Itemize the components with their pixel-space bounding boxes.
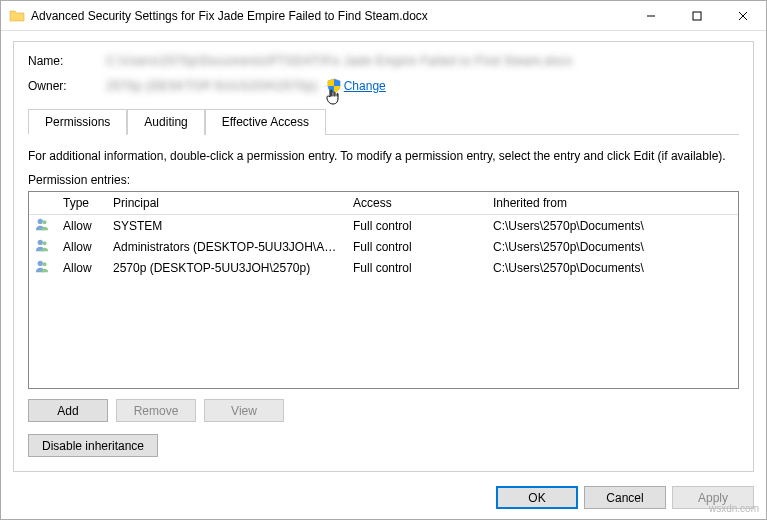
tab-auditing[interactable]: Auditing bbox=[127, 109, 204, 135]
inheritance-row: Disable inheritance bbox=[28, 434, 739, 457]
permissions-table: Type Principal Access Inherited from All… bbox=[28, 191, 739, 389]
window-title: Advanced Security Settings for Fix Jade … bbox=[31, 9, 628, 23]
inner-panel: Name: C:\Users\2570p\Documents\PTSDAT\Fi… bbox=[13, 41, 754, 472]
view-button: View bbox=[204, 399, 284, 422]
ok-button[interactable]: OK bbox=[496, 486, 578, 509]
entries-label: Permission entries: bbox=[28, 173, 739, 187]
cell-access: Full control bbox=[345, 215, 485, 237]
remove-button: Remove bbox=[116, 399, 196, 422]
disable-inheritance-button[interactable]: Disable inheritance bbox=[28, 434, 158, 457]
svg-point-7 bbox=[43, 241, 47, 245]
svg-point-5 bbox=[43, 220, 47, 224]
cell-principal: Administrators (DESKTOP-5UU3JOH\Admin... bbox=[105, 236, 345, 257]
cell-inherited: C:\Users\2570p\Documents\ bbox=[485, 236, 738, 257]
tab-effective-access[interactable]: Effective Access bbox=[205, 109, 326, 135]
cell-inherited: C:\Users\2570p\Documents\ bbox=[485, 215, 738, 237]
add-button[interactable]: Add bbox=[28, 399, 108, 422]
change-owner-link[interactable]: Change bbox=[344, 79, 386, 93]
cell-access: Full control bbox=[345, 257, 485, 278]
person-icon bbox=[35, 241, 49, 255]
header-inherited[interactable]: Inherited from bbox=[485, 192, 738, 215]
cell-principal: SYSTEM bbox=[105, 215, 345, 237]
owner-value: 2570p (DESKTOP-5UU3JOH\2570p) bbox=[106, 79, 318, 93]
name-value: C:\Users\2570p\Documents\PTSDAT\Fix Jade… bbox=[106, 54, 572, 68]
apply-button: Apply bbox=[672, 486, 754, 509]
security-settings-window: Advanced Security Settings for Fix Jade … bbox=[0, 0, 767, 520]
svg-point-4 bbox=[38, 219, 43, 224]
owner-label: Owner: bbox=[28, 79, 106, 93]
tabs: Permissions Auditing Effective Access bbox=[28, 108, 739, 135]
dialog-footer: OK Cancel Apply bbox=[13, 482, 754, 509]
header-icon[interactable] bbox=[29, 192, 55, 215]
cell-type: Allow bbox=[55, 257, 105, 278]
titlebar: Advanced Security Settings for Fix Jade … bbox=[1, 1, 766, 31]
table-row[interactable]: AllowSYSTEMFull controlC:\Users\2570p\Do… bbox=[29, 215, 738, 237]
entry-buttons: Add Remove View bbox=[28, 399, 739, 422]
name-label: Name: bbox=[28, 54, 106, 68]
folder-icon bbox=[9, 8, 25, 24]
cell-principal: 2570p (DESKTOP-5UU3JOH\2570p) bbox=[105, 257, 345, 278]
svg-point-8 bbox=[38, 261, 43, 266]
header-access[interactable]: Access bbox=[345, 192, 485, 215]
svg-point-9 bbox=[43, 262, 47, 266]
person-icon bbox=[35, 220, 49, 234]
tab-permissions[interactable]: Permissions bbox=[28, 109, 127, 135]
table-row[interactable]: AllowAdministrators (DESKTOP-5UU3JOH\Adm… bbox=[29, 236, 738, 257]
cancel-button[interactable]: Cancel bbox=[584, 486, 666, 509]
name-row: Name: C:\Users\2570p\Documents\PTSDAT\Fi… bbox=[28, 54, 739, 68]
minimize-button[interactable] bbox=[628, 1, 674, 30]
table-header-row: Type Principal Access Inherited from bbox=[29, 192, 738, 215]
info-text: For additional information, double-click… bbox=[28, 149, 739, 163]
owner-row: Owner: 2570p (DESKTOP-5UU3JOH\2570p) Cha… bbox=[28, 78, 739, 94]
close-button[interactable] bbox=[720, 1, 766, 30]
header-type[interactable]: Type bbox=[55, 192, 105, 215]
cell-type: Allow bbox=[55, 236, 105, 257]
svg-point-6 bbox=[38, 240, 43, 245]
cell-access: Full control bbox=[345, 236, 485, 257]
maximize-button[interactable] bbox=[674, 1, 720, 30]
person-icon bbox=[35, 262, 49, 276]
cell-inherited: C:\Users\2570p\Documents\ bbox=[485, 257, 738, 278]
cell-type: Allow bbox=[55, 215, 105, 237]
header-principal[interactable]: Principal bbox=[105, 192, 345, 215]
titlebar-buttons bbox=[628, 1, 766, 30]
shield-icon bbox=[326, 78, 342, 94]
svg-rect-1 bbox=[693, 12, 701, 20]
table-row[interactable]: Allow2570p (DESKTOP-5UU3JOH\2570p)Full c… bbox=[29, 257, 738, 278]
content-area: Name: C:\Users\2570p\Documents\PTSDAT\Fi… bbox=[1, 31, 766, 519]
